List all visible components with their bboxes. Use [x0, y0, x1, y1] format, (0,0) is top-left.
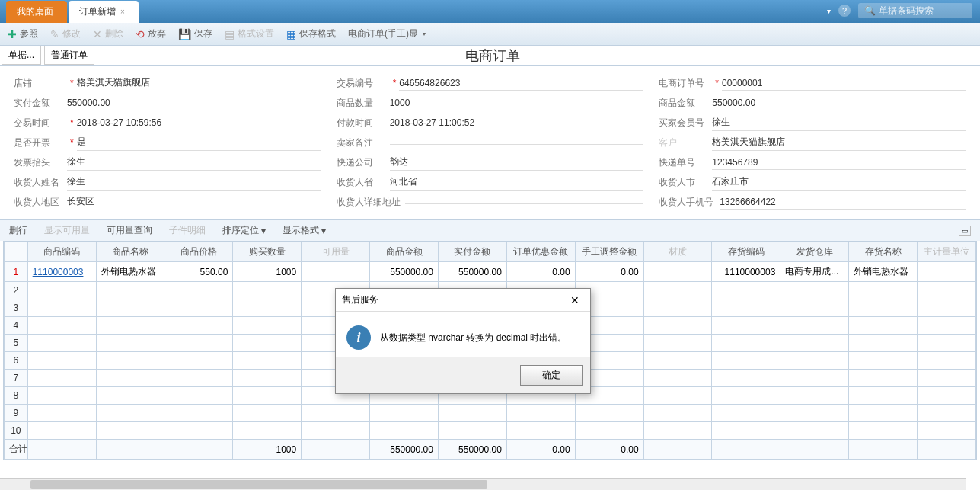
format-button[interactable]: ▤格式设置	[225, 27, 274, 40]
col-code[interactable]: 商品编码	[27, 242, 96, 262]
col-mat[interactable]: 材质	[643, 242, 712, 262]
tab-desktop[interactable]: 我的桌面	[6, 1, 67, 23]
col-stockcode[interactable]: 存货编码	[712, 242, 780, 262]
edit-label: 修改	[62, 27, 81, 40]
ecom-manual-button[interactable]: 电商订单(手工)显▾	[348, 27, 426, 40]
value[interactable]	[405, 200, 644, 204]
close-icon[interactable]: ✕	[566, 294, 584, 306]
col-amt[interactable]: 商品金额	[370, 242, 439, 262]
discard-label: 放弃	[148, 27, 166, 40]
edit-button[interactable]: ✎修改	[50, 27, 81, 40]
dialog-title: 售后服务	[342, 293, 378, 306]
col-name[interactable]: 商品名称	[96, 242, 164, 262]
ok-button[interactable]: 确定	[520, 365, 583, 386]
chip-normal-order[interactable]: 普通订单	[44, 46, 94, 65]
value[interactable]: 格美淇天猫旗舰店	[712, 134, 966, 151]
col-adj[interactable]: 手工调整金额	[575, 242, 643, 262]
save-icon: 💾	[178, 28, 191, 40]
cell-avail[interactable]	[302, 262, 370, 282]
global-search[interactable]: 🔍	[858, 3, 972, 18]
value[interactable]: 河北省	[390, 174, 644, 191]
ref-icon: ✚	[8, 28, 17, 40]
table-row[interactable]: 1 1110000003 外销电热水器 550.00 1000 550000.0…	[5, 262, 976, 282]
label: 付款时间	[337, 117, 390, 130]
query-avail-button[interactable]: 可用量查询	[107, 224, 152, 237]
cell-name[interactable]: 外销电热水器	[96, 262, 164, 282]
value[interactable]: 石家庄市	[712, 174, 966, 191]
close-icon[interactable]: ×	[120, 8, 125, 16]
show-avail-button[interactable]: 显示可用量	[44, 224, 90, 237]
cell-disc[interactable]: 0.00	[506, 262, 575, 282]
sub-detail-button[interactable]: 子件明细	[169, 224, 206, 237]
discard-button[interactable]: ⟲放弃	[136, 27, 166, 40]
help-icon[interactable]: ?	[838, 5, 851, 17]
label: 收货人姓名	[14, 176, 67, 189]
value[interactable]: 徐生	[67, 174, 321, 191]
value[interactable]	[390, 141, 644, 145]
field-paid-amount: 实付金额550000.00	[14, 93, 321, 113]
col-buyqty[interactable]: 购买数量	[233, 242, 302, 262]
col-price[interactable]: 商品价格	[164, 242, 233, 262]
required-star: *	[70, 78, 74, 88]
cell-rownum: 1	[5, 262, 28, 282]
cell-adj[interactable]: 0.00	[575, 262, 643, 282]
cell-buyqty[interactable]: 1000	[233, 262, 302, 282]
table-row[interactable]: 9	[5, 405, 976, 422]
cell-uom[interactable]	[918, 262, 976, 282]
sub-bar: 单据... 普通订单 电商订单	[0, 46, 980, 66]
value[interactable]: 是	[77, 134, 321, 151]
ref-button[interactable]: ✚参照	[8, 27, 38, 40]
search-input[interactable]	[879, 5, 970, 16]
label: 电商订单号	[659, 77, 712, 90]
value[interactable]: 长安区	[67, 194, 321, 210]
value[interactable]: 550000.00	[712, 96, 966, 110]
value[interactable]: 徐生	[67, 154, 321, 171]
value[interactable]: 1000	[390, 96, 644, 110]
value[interactable]: 格美淇天猫旗舰店	[77, 75, 321, 91]
cell-stockname[interactable]: 外销电热水器	[849, 262, 918, 282]
value[interactable]: 2018-03-27 10:59:56	[77, 116, 321, 130]
tab-new-order[interactable]: 订单新增×	[69, 1, 139, 23]
field-city: 收货人市石家庄市	[659, 172, 966, 192]
dispfmt-button[interactable]: 显示格式▾	[283, 224, 326, 237]
value[interactable]: 123456789	[712, 155, 966, 170]
col-avail[interactable]: 可用量	[302, 242, 370, 262]
value[interactable]: 13266664422	[720, 195, 966, 210]
delrow-button[interactable]: 删行	[9, 224, 27, 237]
sort-button[interactable]: 排序定位▾	[222, 224, 266, 237]
value[interactable]: 646564826623	[399, 76, 643, 91]
table-row[interactable]: 10	[5, 422, 976, 440]
total-paid: 550000.00	[438, 440, 506, 460]
value[interactable]: 00000001	[722, 76, 966, 91]
cell-wh[interactable]: 电商专用成...	[780, 262, 849, 282]
grid-menu-icon[interactable]: ▭	[959, 226, 971, 236]
value[interactable]: 韵达	[390, 154, 644, 171]
cell-code[interactable]: 1110000003	[27, 262, 96, 282]
value[interactable]: 550000.00	[67, 96, 321, 110]
dialog-body: i 从数据类型 nvarchar 转换为 decimal 时出错。	[336, 312, 590, 357]
cell-amt[interactable]: 550000.00	[370, 262, 439, 282]
cell-rownum: 4	[5, 317, 28, 335]
value[interactable]: 2018-03-27 11:00:52	[390, 116, 644, 130]
chip-doc[interactable]: 单据...	[2, 46, 41, 65]
chevron-down-icon[interactable]: ▾	[827, 7, 831, 15]
col-wh[interactable]: 发货仓库	[780, 242, 849, 262]
grid-header: 商品编码 商品名称 商品价格 购买数量 可用量 商品金额 实付金额 订单优惠金额…	[5, 242, 976, 262]
col-disc[interactable]: 订单优惠金额	[506, 242, 575, 262]
cell-paid[interactable]: 550000.00	[438, 262, 506, 282]
delete-button[interactable]: ✕删除	[93, 27, 123, 40]
cell-price[interactable]: 550.00	[164, 262, 233, 282]
col-paid[interactable]: 实付金额	[438, 242, 506, 262]
col-stockname[interactable]: 存货名称	[849, 242, 918, 262]
scrollbar-thumb[interactable]	[30, 480, 487, 489]
value[interactable]: 徐生	[712, 114, 966, 131]
main-toolbar: ✚参照 ✎修改 ✕删除 ⟲放弃 💾保存 ▤格式设置 ▦保存格式 电商订单(手工)…	[0, 23, 980, 46]
saveformat-button[interactable]: ▦保存格式	[286, 27, 336, 40]
ecom-manual-label: 电商订单(手工)显	[348, 27, 418, 40]
col-uom[interactable]: 主计量单位	[918, 242, 976, 262]
cell-stockcode[interactable]: 1110000003	[712, 262, 780, 282]
save-button[interactable]: 💾保存	[178, 27, 212, 40]
horizontal-scrollbar[interactable]	[0, 478, 966, 490]
cell-mat[interactable]	[643, 262, 712, 282]
label: 交易编号	[337, 77, 390, 90]
